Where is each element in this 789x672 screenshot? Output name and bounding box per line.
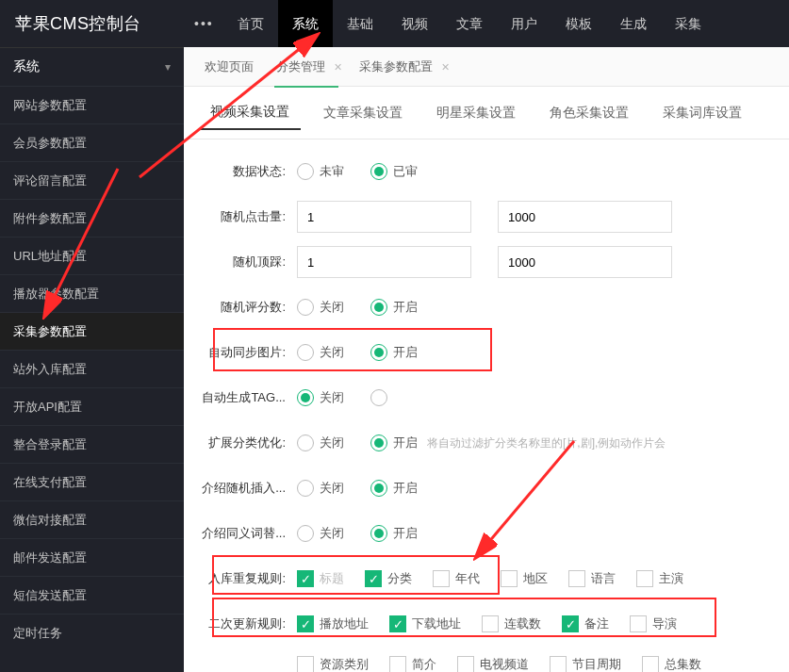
topnav-user[interactable]: 用户 (497, 0, 551, 47)
radio-unreviewed[interactable]: 未审 (297, 163, 344, 180)
sidebar-item-comment[interactable]: 评论留言配置 (0, 161, 184, 199)
input-updown-min[interactable] (297, 246, 471, 278)
label-random-score: 随机评分数: (197, 299, 297, 316)
cb-serial[interactable]: 连载数 (482, 615, 541, 632)
sidebar-item-member[interactable]: 会员参数配置 (0, 123, 184, 161)
cb-playurl[interactable]: 播放地址 (297, 615, 369, 632)
sidebar-item-openapi[interactable]: 开放API配置 (0, 387, 184, 425)
cb-category[interactable]: 分类 (365, 570, 412, 587)
label-sync-image: 自动同步图片: (197, 344, 297, 361)
radio-score-on[interactable]: 开启 (370, 299, 418, 316)
input-updown-max[interactable] (498, 246, 672, 278)
radio-sync-on[interactable]: 开启 (370, 344, 418, 361)
sidebar-item-sms[interactable]: 短信发送配置 (0, 576, 184, 614)
topnav-collect[interactable]: 采集 (661, 0, 715, 47)
sidebar-item-login[interactable]: 整合登录配置 (0, 425, 184, 463)
radio-reviewed[interactable]: 已审 (370, 163, 418, 180)
cb-intro[interactable]: 简介 (389, 656, 436, 672)
sidebar-item-cron[interactable]: 定时任务 (0, 614, 184, 651)
pagetab-label: 欢迎页面 (205, 59, 254, 74)
radio-insert-on[interactable]: 开启 (370, 480, 418, 497)
sidebar-item-player[interactable]: 播放器参数配置 (0, 274, 184, 312)
sidebar-item-email[interactable]: 邮件发送配置 (0, 538, 184, 576)
sidebar-heading[interactable]: 系统 ▾ (0, 48, 184, 86)
radio-tag-off[interactable]: 关闭 (297, 389, 344, 406)
radio-syn-on[interactable]: 开启 (370, 525, 418, 542)
radio-ext-on[interactable]: 开启 (370, 434, 418, 451)
label-data-status: 数据状态: (197, 163, 297, 180)
cb-remark[interactable]: 备注 (562, 615, 609, 632)
form-panel: 数据状态: 未审 已审 随机点击量: 随机顶踩: 随机评分数: (184, 139, 789, 672)
cb-year[interactable]: 年代 (433, 570, 480, 587)
label-intro-synonym: 介绍同义词替... (197, 525, 297, 542)
radio-insert-off[interactable]: 关闭 (297, 480, 344, 497)
subtab-article[interactable]: 文章采集设置 (312, 97, 414, 129)
sidebar-item-url[interactable]: URL地址配置 (0, 237, 184, 274)
topbar: 苹果CMS控制台 ••• 首页 系统 基础 视频 文章 用户 模板 生成 采集 (0, 0, 789, 47)
sidebar-item-wechat[interactable]: 微信对接配置 (0, 500, 184, 538)
label-random-hits: 随机点击量: (197, 208, 297, 225)
topnav-home[interactable]: 首页 (223, 0, 278, 47)
cb-area[interactable]: 地区 (501, 570, 548, 587)
cb-lang[interactable]: 语言 (568, 570, 616, 587)
sidebar-item-site[interactable]: 网站参数配置 (0, 86, 184, 123)
topnav-system[interactable]: 系统 (278, 0, 333, 47)
radio-sync-off[interactable]: 关闭 (297, 344, 344, 361)
radio-ext-off[interactable]: 关闭 (297, 434, 344, 451)
row-update-rule: 二次更新规则: 播放地址 下载地址 连载数 备注 导演 (197, 601, 776, 647)
label-auto-tag: 自动生成TAG... (197, 389, 297, 406)
subtab-star[interactable]: 明星采集设置 (425, 97, 527, 129)
row-random-score: 随机评分数: 关闭 开启 (197, 285, 776, 330)
radio-score-off[interactable]: 关闭 (297, 299, 344, 316)
sidebar-heading-label: 系统 (13, 58, 40, 75)
cb-downurl[interactable]: 下载地址 (389, 615, 461, 632)
row-data-status: 数据状态: 未审 已审 (197, 149, 776, 194)
close-icon[interactable]: ✕ (441, 47, 450, 87)
close-icon[interactable]: ✕ (334, 47, 342, 87)
input-hits-max[interactable] (498, 201, 672, 233)
pagetab-collect-config[interactable]: 采集参数配置 ✕ (348, 47, 455, 87)
label-ext-category: 扩展分类优化: (197, 434, 297, 451)
topnav-more[interactable]: ••• (185, 0, 223, 47)
label-random-updown: 随机顶踩: (197, 254, 297, 270)
chevron-down-icon: ▾ (165, 60, 171, 74)
subtab-dict[interactable]: 采集词库设置 (651, 97, 753, 129)
radio-syn-off[interactable]: 关闭 (297, 525, 344, 542)
cb-tvchannel[interactable]: 电视频道 (457, 656, 529, 672)
cb-title[interactable]: 标题 (297, 570, 344, 587)
cb-resource-type[interactable]: 资源类别 (297, 656, 369, 672)
input-hits-min[interactable] (297, 201, 471, 233)
subtab-role[interactable]: 角色采集设置 (538, 97, 640, 129)
row-random-hits: 随机点击量: (197, 194, 776, 239)
topnav-article[interactable]: 文章 (442, 0, 497, 47)
sidebar-item-collect[interactable]: 采集参数配置 (0, 312, 184, 350)
label-duplicate-rule: 入库重复规则: (197, 570, 297, 587)
topnav-template[interactable]: 模板 (551, 0, 606, 47)
sidebar-item-external[interactable]: 站外入库配置 (0, 350, 184, 387)
topnav-video[interactable]: 视频 (387, 0, 442, 47)
row-auto-tag: 自动生成TAG... 关闭 (197, 375, 776, 420)
hint-ext-category: 将自动过滤扩分类名称里的[片,剧],例如动作片会 (427, 435, 666, 451)
cb-total-ep[interactable]: 总集数 (642, 656, 701, 672)
row-duplicate-rule: 入库重复规则: 标题 分类 年代 地区 语言 主演 (197, 556, 776, 601)
cb-schedule[interactable]: 节目周期 (550, 656, 621, 672)
row-intro-insert: 介绍随机插入... 关闭 开启 (197, 466, 776, 511)
row-intro-synonym: 介绍同义词替... 关闭 开启 (197, 511, 776, 556)
row-update-rule-2: 资源类别 简介 电视频道 节目周期 总集数 (197, 647, 776, 672)
row-random-updown: 随机顶踩: (197, 239, 776, 285)
topnav-generate[interactable]: 生成 (606, 0, 661, 47)
cb-director[interactable]: 导演 (630, 615, 677, 632)
radio-tag-on[interactable] (370, 389, 393, 406)
topnav-base[interactable]: 基础 (333, 0, 387, 47)
pagetab-label: 采集参数配置 (359, 59, 433, 74)
main: 欢迎页面 分类管理 ✕ 采集参数配置 ✕ 视频采集设置 文章采集设置 明星采集设… (184, 47, 789, 672)
pagetab-category[interactable]: 分类管理 ✕ (265, 47, 348, 87)
sidebar-item-attach[interactable]: 附件参数配置 (0, 199, 184, 237)
topnav: ••• 首页 系统 基础 视频 文章 用户 模板 生成 采集 (185, 0, 715, 47)
brand-title: 苹果CMS控制台 (15, 12, 185, 35)
cb-actor[interactable]: 主演 (636, 570, 683, 587)
sub-tab-bar: 视频采集设置 文章采集设置 明星采集设置 角色采集设置 采集词库设置 (184, 87, 789, 139)
sidebar-item-pay[interactable]: 在线支付配置 (0, 463, 184, 500)
pagetab-welcome[interactable]: 欢迎页面 (193, 47, 265, 87)
subtab-video[interactable]: 视频采集设置 (199, 96, 301, 130)
